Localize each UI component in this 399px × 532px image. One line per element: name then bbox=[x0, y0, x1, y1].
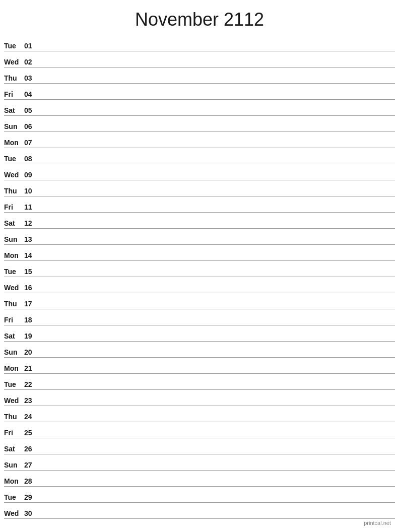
day-line bbox=[38, 130, 395, 130]
table-row: Wed09 bbox=[4, 164, 395, 180]
day-number: 09 bbox=[24, 171, 38, 179]
day-name: Sat bbox=[4, 219, 24, 227]
day-name: Fri bbox=[4, 203, 24, 211]
day-number: 06 bbox=[24, 122, 38, 130]
day-name: Mon bbox=[4, 251, 24, 259]
table-row: Mon14 bbox=[4, 245, 395, 261]
day-name: Sat bbox=[4, 332, 24, 340]
day-line bbox=[38, 178, 395, 179]
day-line bbox=[38, 49, 395, 50]
table-row: Wed30 bbox=[4, 503, 395, 519]
calendar-grid: Tue01Wed02Thu03Fri04Sat05Sun06Mon07Tue08… bbox=[0, 35, 399, 519]
day-name: Tue bbox=[4, 155, 24, 163]
day-number: 30 bbox=[24, 509, 38, 517]
day-number: 15 bbox=[24, 268, 38, 276]
day-number: 18 bbox=[24, 316, 38, 324]
day-name: Mon bbox=[4, 139, 24, 147]
day-line bbox=[38, 227, 395, 227]
page-title: November 2112 bbox=[0, 0, 399, 35]
day-name: Tue bbox=[4, 42, 24, 50]
day-number: 03 bbox=[24, 74, 38, 82]
table-row: Mon21 bbox=[4, 358, 395, 374]
day-name: Wed bbox=[4, 58, 24, 66]
table-row: Sat26 bbox=[4, 438, 395, 454]
day-line bbox=[38, 469, 395, 469]
day-line bbox=[38, 307, 395, 308]
day-name: Thu bbox=[4, 413, 24, 421]
day-name: Mon bbox=[4, 477, 24, 485]
day-line bbox=[38, 372, 395, 372]
day-line bbox=[38, 146, 395, 147]
day-line bbox=[38, 162, 395, 163]
day-name: Sat bbox=[4, 106, 24, 114]
day-name: Fri bbox=[4, 429, 24, 437]
day-name: Tue bbox=[4, 493, 24, 501]
day-line bbox=[38, 275, 395, 276]
day-name: Thu bbox=[4, 187, 24, 195]
table-row: Tue15 bbox=[4, 261, 395, 277]
day-line bbox=[38, 404, 395, 405]
table-row: Mon07 bbox=[4, 132, 395, 148]
table-row: Wed16 bbox=[4, 277, 395, 293]
day-number: 29 bbox=[24, 493, 38, 501]
table-row: Sat19 bbox=[4, 325, 395, 342]
day-name: Tue bbox=[4, 380, 24, 388]
day-name: Sun bbox=[4, 122, 24, 130]
day-number: 04 bbox=[24, 90, 38, 98]
table-row: Tue01 bbox=[4, 35, 395, 51]
day-number: 28 bbox=[24, 477, 38, 485]
table-row: Tue22 bbox=[4, 374, 395, 390]
day-line bbox=[38, 436, 395, 437]
day-number: 21 bbox=[24, 364, 38, 372]
day-name: Wed bbox=[4, 509, 24, 517]
day-line bbox=[38, 501, 395, 501]
day-number: 02 bbox=[24, 58, 38, 66]
day-name: Mon bbox=[4, 364, 24, 372]
day-number: 22 bbox=[24, 380, 38, 388]
table-row: Wed02 bbox=[4, 51, 395, 68]
day-number: 20 bbox=[24, 348, 38, 356]
table-row: Sun06 bbox=[4, 116, 395, 132]
day-line bbox=[38, 388, 395, 388]
day-name: Fri bbox=[4, 316, 24, 324]
day-number: 11 bbox=[24, 203, 38, 211]
table-row: Sun13 bbox=[4, 229, 395, 245]
day-line bbox=[38, 65, 395, 66]
day-name: Wed bbox=[4, 396, 24, 405]
day-line bbox=[38, 98, 395, 98]
day-number: 10 bbox=[24, 187, 38, 195]
day-line bbox=[38, 356, 395, 356]
table-row: Fri18 bbox=[4, 309, 395, 325]
day-line bbox=[38, 259, 395, 259]
table-row: Tue29 bbox=[4, 487, 395, 503]
table-row: Sat12 bbox=[4, 213, 395, 229]
day-line bbox=[38, 340, 395, 340]
day-number: 23 bbox=[24, 396, 38, 405]
day-name: Thu bbox=[4, 74, 24, 82]
table-row: Wed23 bbox=[4, 390, 395, 406]
table-row: Fri25 bbox=[4, 422, 395, 438]
day-number: 07 bbox=[24, 139, 38, 147]
day-number: 05 bbox=[24, 106, 38, 114]
table-row: Fri11 bbox=[4, 196, 395, 213]
day-name: Sun bbox=[4, 348, 24, 356]
day-name: Fri bbox=[4, 90, 24, 98]
day-number: 01 bbox=[24, 42, 38, 50]
day-name: Sun bbox=[4, 235, 24, 243]
day-name: Sun bbox=[4, 461, 24, 469]
table-row: Thu10 bbox=[4, 180, 395, 196]
table-row: Fri04 bbox=[4, 84, 395, 100]
day-number: 17 bbox=[24, 300, 38, 308]
table-row: Mon28 bbox=[4, 471, 395, 487]
table-row: Sun27 bbox=[4, 454, 395, 471]
day-line bbox=[38, 323, 395, 324]
table-row: Thu17 bbox=[4, 293, 395, 309]
day-number: 26 bbox=[24, 445, 38, 453]
table-row: Sat05 bbox=[4, 100, 395, 116]
day-name: Wed bbox=[4, 171, 24, 179]
day-name: Sat bbox=[4, 445, 24, 453]
day-number: 13 bbox=[24, 235, 38, 243]
day-number: 08 bbox=[24, 155, 38, 163]
table-row: Thu24 bbox=[4, 406, 395, 422]
day-line bbox=[38, 211, 395, 211]
